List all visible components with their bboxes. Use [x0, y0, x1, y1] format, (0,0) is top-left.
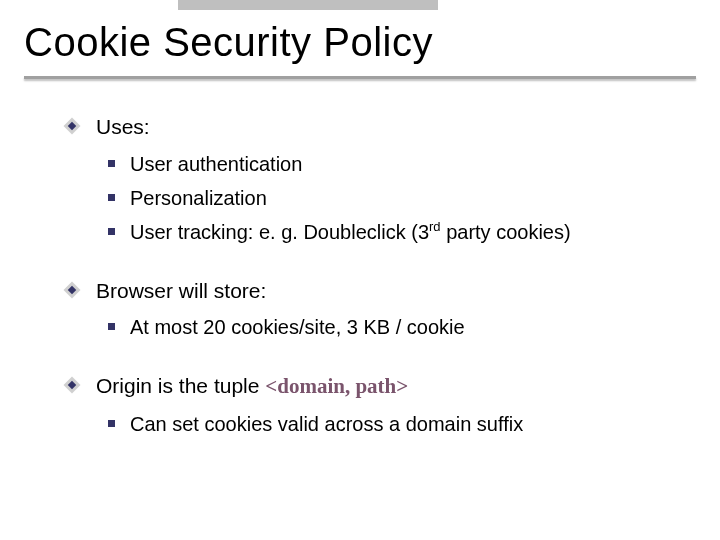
bullet-l1-text-prefix: Origin is the tuple: [96, 374, 265, 397]
slide-content: Uses: User authentication Personalizatio…: [60, 110, 696, 466]
square-bullet-icon: [108, 420, 115, 427]
diamond-bullet-icon: [66, 120, 78, 132]
top-accent-bar: [178, 0, 438, 10]
bullet-group-browser: Browser will store: At most 20 cookies/s…: [60, 274, 696, 344]
bullet-l2-text: Can set cookies valid across a domain su…: [130, 413, 523, 435]
square-bullet-icon: [108, 228, 115, 235]
bullet-l2-text: Personalization: [130, 187, 267, 209]
tuple-accent-text: <domain, path>: [265, 374, 408, 398]
bullet-group-origin: Origin is the tuple <domain, path> Can s…: [60, 369, 696, 440]
slide-title: Cookie Security Policy: [24, 20, 433, 65]
diamond-bullet-icon: [66, 284, 78, 296]
title-underline: [24, 76, 696, 79]
bullet-l2: Personalization: [130, 182, 696, 214]
bullet-l2-text: At most 20 cookies/site, 3 KB / cookie: [130, 316, 465, 338]
ordinal-superscript: rd: [429, 219, 441, 234]
square-bullet-icon: [108, 323, 115, 330]
bullet-l1: Browser will store:: [96, 274, 696, 308]
bullet-l2: Can set cookies valid across a domain su…: [130, 408, 696, 440]
diamond-bullet-icon: [66, 379, 78, 391]
bullet-l1: Origin is the tuple <domain, path>: [96, 369, 696, 404]
bullet-l2-text-prefix: User tracking: e. g. Doubleclick (3: [130, 221, 429, 243]
bullet-l1-text: Uses:: [96, 115, 150, 138]
slide: Cookie Security Policy Uses: User authen…: [0, 0, 720, 540]
bullet-l2: User tracking: e. g. Doubleclick (3rd pa…: [130, 216, 696, 248]
bullet-l2-text: User authentication: [130, 153, 302, 175]
square-bullet-icon: [108, 160, 115, 167]
bullet-l2: User authentication: [130, 148, 696, 180]
bullet-l2: At most 20 cookies/site, 3 KB / cookie: [130, 311, 696, 343]
square-bullet-icon: [108, 194, 115, 201]
bullet-group-uses: Uses: User authentication Personalizatio…: [60, 110, 696, 248]
bullet-l1: Uses:: [96, 110, 696, 144]
bullet-l1-text: Browser will store:: [96, 279, 266, 302]
bullet-l2-text-suffix: party cookies): [441, 221, 571, 243]
